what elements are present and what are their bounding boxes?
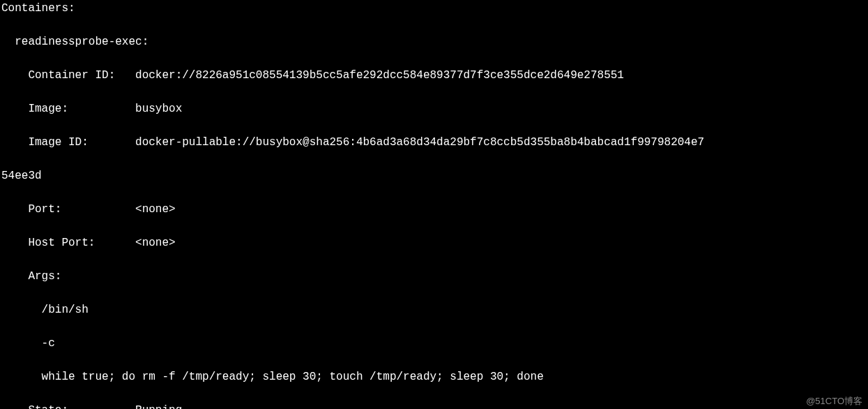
terminal-output: Containers: readinessprobe-exec: Contain… <box>0 0 868 409</box>
line-containers: Containers: <box>1 0 867 17</box>
line-image: Image: busybox <box>1 101 867 117</box>
line-state: State: Running <box>1 402 867 409</box>
line-args: Args: <box>1 268 867 285</box>
line-port: Port: <none> <box>1 201 867 218</box>
line-container-id: Container ID: docker://8226a951c08554139… <box>1 67 867 84</box>
line-arg-c: -c <box>1 335 867 352</box>
line-arg-script: while true; do rm -f /tmp/ready; sleep 3… <box>1 369 867 385</box>
line-host-port: Host Port: <none> <box>1 235 867 251</box>
watermark-text: @51CTO博客 <box>806 394 862 408</box>
line-arg-binsh: /bin/sh <box>1 302 867 318</box>
line-container-name: readinessprobe-exec: <box>1 34 867 50</box>
line-image-id: Image ID: docker-pullable://busybox@sha2… <box>1 134 867 151</box>
line-image-id-cont: 54ee3d <box>1 168 867 184</box>
